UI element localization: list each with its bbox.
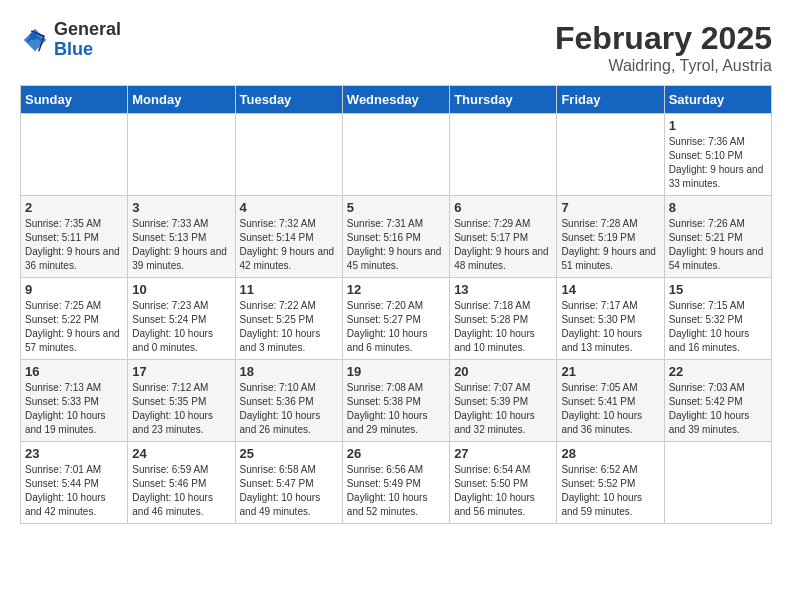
calendar-cell: 4Sunrise: 7:32 AM Sunset: 5:14 PM Daylig… bbox=[235, 196, 342, 278]
logo-blue: Blue bbox=[54, 40, 121, 60]
calendar-cell bbox=[342, 114, 449, 196]
day-number: 18 bbox=[240, 364, 338, 379]
calendar-cell: 10Sunrise: 7:23 AM Sunset: 5:24 PM Dayli… bbox=[128, 278, 235, 360]
weekday-header-wednesday: Wednesday bbox=[342, 86, 449, 114]
day-info: Sunrise: 7:08 AM Sunset: 5:38 PM Dayligh… bbox=[347, 381, 445, 437]
day-info: Sunrise: 7:23 AM Sunset: 5:24 PM Dayligh… bbox=[132, 299, 230, 355]
day-number: 17 bbox=[132, 364, 230, 379]
week-row-2: 2Sunrise: 7:35 AM Sunset: 5:11 PM Daylig… bbox=[21, 196, 772, 278]
day-number: 16 bbox=[25, 364, 123, 379]
day-number: 10 bbox=[132, 282, 230, 297]
day-number: 12 bbox=[347, 282, 445, 297]
day-info: Sunrise: 7:07 AM Sunset: 5:39 PM Dayligh… bbox=[454, 381, 552, 437]
calendar-cell bbox=[128, 114, 235, 196]
day-number: 19 bbox=[347, 364, 445, 379]
day-number: 7 bbox=[561, 200, 659, 215]
day-info: Sunrise: 7:22 AM Sunset: 5:25 PM Dayligh… bbox=[240, 299, 338, 355]
day-number: 1 bbox=[669, 118, 767, 133]
week-row-3: 9Sunrise: 7:25 AM Sunset: 5:22 PM Daylig… bbox=[21, 278, 772, 360]
day-info: Sunrise: 7:32 AM Sunset: 5:14 PM Dayligh… bbox=[240, 217, 338, 273]
day-info: Sunrise: 7:03 AM Sunset: 5:42 PM Dayligh… bbox=[669, 381, 767, 437]
calendar-cell: 13Sunrise: 7:18 AM Sunset: 5:28 PM Dayli… bbox=[450, 278, 557, 360]
day-info: Sunrise: 7:28 AM Sunset: 5:19 PM Dayligh… bbox=[561, 217, 659, 273]
calendar-cell: 14Sunrise: 7:17 AM Sunset: 5:30 PM Dayli… bbox=[557, 278, 664, 360]
day-info: Sunrise: 7:05 AM Sunset: 5:41 PM Dayligh… bbox=[561, 381, 659, 437]
day-number: 11 bbox=[240, 282, 338, 297]
calendar-cell bbox=[664, 442, 771, 524]
calendar-cell: 24Sunrise: 6:59 AM Sunset: 5:46 PM Dayli… bbox=[128, 442, 235, 524]
day-info: Sunrise: 7:13 AM Sunset: 5:33 PM Dayligh… bbox=[25, 381, 123, 437]
calendar-cell: 12Sunrise: 7:20 AM Sunset: 5:27 PM Dayli… bbox=[342, 278, 449, 360]
day-info: Sunrise: 7:01 AM Sunset: 5:44 PM Dayligh… bbox=[25, 463, 123, 519]
calendar-cell: 9Sunrise: 7:25 AM Sunset: 5:22 PM Daylig… bbox=[21, 278, 128, 360]
day-info: Sunrise: 6:54 AM Sunset: 5:50 PM Dayligh… bbox=[454, 463, 552, 519]
calendar-cell: 26Sunrise: 6:56 AM Sunset: 5:49 PM Dayli… bbox=[342, 442, 449, 524]
day-info: Sunrise: 7:31 AM Sunset: 5:16 PM Dayligh… bbox=[347, 217, 445, 273]
calendar-title: February 2025 bbox=[555, 20, 772, 57]
day-number: 25 bbox=[240, 446, 338, 461]
day-number: 20 bbox=[454, 364, 552, 379]
week-row-1: 1Sunrise: 7:36 AM Sunset: 5:10 PM Daylig… bbox=[21, 114, 772, 196]
day-number: 4 bbox=[240, 200, 338, 215]
calendar-cell: 2Sunrise: 7:35 AM Sunset: 5:11 PM Daylig… bbox=[21, 196, 128, 278]
calendar-cell: 17Sunrise: 7:12 AM Sunset: 5:35 PM Dayli… bbox=[128, 360, 235, 442]
calendar-cell: 21Sunrise: 7:05 AM Sunset: 5:41 PM Dayli… bbox=[557, 360, 664, 442]
day-number: 14 bbox=[561, 282, 659, 297]
calendar-cell: 18Sunrise: 7:10 AM Sunset: 5:36 PM Dayli… bbox=[235, 360, 342, 442]
calendar-cell: 16Sunrise: 7:13 AM Sunset: 5:33 PM Dayli… bbox=[21, 360, 128, 442]
day-info: Sunrise: 7:35 AM Sunset: 5:11 PM Dayligh… bbox=[25, 217, 123, 273]
calendar-cell bbox=[21, 114, 128, 196]
day-info: Sunrise: 7:29 AM Sunset: 5:17 PM Dayligh… bbox=[454, 217, 552, 273]
day-number: 3 bbox=[132, 200, 230, 215]
weekday-header-sunday: Sunday bbox=[21, 86, 128, 114]
calendar-cell bbox=[557, 114, 664, 196]
day-number: 23 bbox=[25, 446, 123, 461]
week-row-5: 23Sunrise: 7:01 AM Sunset: 5:44 PM Dayli… bbox=[21, 442, 772, 524]
calendar-cell bbox=[450, 114, 557, 196]
day-info: Sunrise: 7:18 AM Sunset: 5:28 PM Dayligh… bbox=[454, 299, 552, 355]
calendar-cell: 1Sunrise: 7:36 AM Sunset: 5:10 PM Daylig… bbox=[664, 114, 771, 196]
weekday-header-saturday: Saturday bbox=[664, 86, 771, 114]
calendar-cell: 19Sunrise: 7:08 AM Sunset: 5:38 PM Dayli… bbox=[342, 360, 449, 442]
day-number: 8 bbox=[669, 200, 767, 215]
day-number: 15 bbox=[669, 282, 767, 297]
day-info: Sunrise: 7:33 AM Sunset: 5:13 PM Dayligh… bbox=[132, 217, 230, 273]
calendar-cell: 8Sunrise: 7:26 AM Sunset: 5:21 PM Daylig… bbox=[664, 196, 771, 278]
day-info: Sunrise: 7:20 AM Sunset: 5:27 PM Dayligh… bbox=[347, 299, 445, 355]
logo-general: General bbox=[54, 20, 121, 40]
calendar-cell: 15Sunrise: 7:15 AM Sunset: 5:32 PM Dayli… bbox=[664, 278, 771, 360]
calendar-cell: 23Sunrise: 7:01 AM Sunset: 5:44 PM Dayli… bbox=[21, 442, 128, 524]
logo: General Blue bbox=[20, 20, 121, 60]
day-info: Sunrise: 6:58 AM Sunset: 5:47 PM Dayligh… bbox=[240, 463, 338, 519]
day-number: 28 bbox=[561, 446, 659, 461]
calendar-cell: 28Sunrise: 6:52 AM Sunset: 5:52 PM Dayli… bbox=[557, 442, 664, 524]
calendar-cell: 3Sunrise: 7:33 AM Sunset: 5:13 PM Daylig… bbox=[128, 196, 235, 278]
day-info: Sunrise: 7:15 AM Sunset: 5:32 PM Dayligh… bbox=[669, 299, 767, 355]
weekday-header-tuesday: Tuesday bbox=[235, 86, 342, 114]
day-number: 6 bbox=[454, 200, 552, 215]
day-number: 9 bbox=[25, 282, 123, 297]
day-number: 13 bbox=[454, 282, 552, 297]
logo-text: General Blue bbox=[54, 20, 121, 60]
calendar-table: SundayMondayTuesdayWednesdayThursdayFrid… bbox=[20, 85, 772, 524]
calendar-cell: 20Sunrise: 7:07 AM Sunset: 5:39 PM Dayli… bbox=[450, 360, 557, 442]
day-info: Sunrise: 7:12 AM Sunset: 5:35 PM Dayligh… bbox=[132, 381, 230, 437]
calendar-cell: 22Sunrise: 7:03 AM Sunset: 5:42 PM Dayli… bbox=[664, 360, 771, 442]
calendar-cell: 27Sunrise: 6:54 AM Sunset: 5:50 PM Dayli… bbox=[450, 442, 557, 524]
day-info: Sunrise: 7:36 AM Sunset: 5:10 PM Dayligh… bbox=[669, 135, 767, 191]
day-number: 26 bbox=[347, 446, 445, 461]
header: General Blue February 2025 Waidring, Tyr… bbox=[20, 20, 772, 75]
calendar-cell: 7Sunrise: 7:28 AM Sunset: 5:19 PM Daylig… bbox=[557, 196, 664, 278]
day-info: Sunrise: 6:52 AM Sunset: 5:52 PM Dayligh… bbox=[561, 463, 659, 519]
day-number: 22 bbox=[669, 364, 767, 379]
calendar-cell bbox=[235, 114, 342, 196]
day-number: 21 bbox=[561, 364, 659, 379]
calendar-cell: 11Sunrise: 7:22 AM Sunset: 5:25 PM Dayli… bbox=[235, 278, 342, 360]
logo-icon bbox=[20, 25, 50, 55]
day-info: Sunrise: 7:10 AM Sunset: 5:36 PM Dayligh… bbox=[240, 381, 338, 437]
weekday-header-thursday: Thursday bbox=[450, 86, 557, 114]
weekday-header-friday: Friday bbox=[557, 86, 664, 114]
calendar-cell: 5Sunrise: 7:31 AM Sunset: 5:16 PM Daylig… bbox=[342, 196, 449, 278]
day-info: Sunrise: 7:17 AM Sunset: 5:30 PM Dayligh… bbox=[561, 299, 659, 355]
week-row-4: 16Sunrise: 7:13 AM Sunset: 5:33 PM Dayli… bbox=[21, 360, 772, 442]
